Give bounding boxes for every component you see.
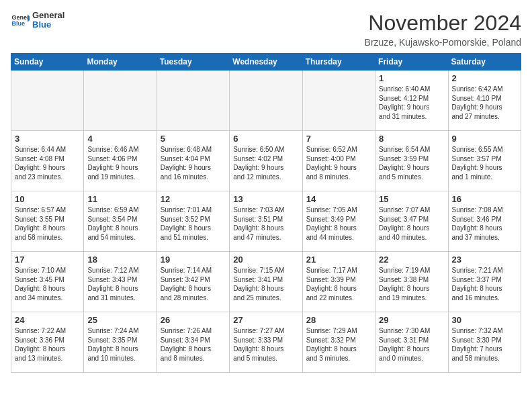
week-row-4: 17Sunrise: 7:10 AM Sunset: 3:45 PM Dayli…	[11, 252, 521, 312]
calendar-cell: 14Sunrise: 7:05 AM Sunset: 3:49 PM Dayli…	[302, 191, 375, 252]
calendar-cell: 24Sunrise: 7:22 AM Sunset: 3:36 PM Dayli…	[11, 312, 84, 373]
day-number: 11	[87, 194, 152, 204]
header: General Blue General Blue November 2024 …	[11, 11, 521, 48]
calendar-cell: 15Sunrise: 7:07 AM Sunset: 3:47 PM Dayli…	[375, 191, 448, 252]
day-info: Sunrise: 6:42 AM Sunset: 4:10 PM Dayligh…	[452, 85, 517, 121]
weekday-header-sunday: Sunday	[11, 54, 84, 71]
weekday-header-friday: Friday	[375, 54, 448, 71]
day-number: 30	[452, 315, 517, 325]
calendar-cell: 7Sunrise: 6:52 AM Sunset: 4:00 PM Daylig…	[302, 131, 375, 191]
calendar-cell: 28Sunrise: 7:29 AM Sunset: 3:32 PM Dayli…	[302, 312, 375, 373]
day-info: Sunrise: 7:24 AM Sunset: 3:35 PM Dayligh…	[87, 326, 152, 363]
calendar-cell: 12Sunrise: 7:01 AM Sunset: 3:52 PM Dayli…	[157, 191, 229, 252]
day-info: Sunrise: 6:59 AM Sunset: 3:54 PM Dayligh…	[87, 205, 152, 242]
weekday-header-saturday: Saturday	[448, 54, 521, 71]
day-number: 22	[379, 255, 444, 265]
month-title: November 2024	[365, 11, 521, 36]
day-info: Sunrise: 6:55 AM Sunset: 3:57 PM Dayligh…	[452, 145, 517, 181]
weekday-header-wednesday: Wednesday	[230, 54, 302, 71]
calendar-cell: 1Sunrise: 6:40 AM Sunset: 4:12 PM Daylig…	[375, 71, 448, 131]
day-info: Sunrise: 7:08 AM Sunset: 3:46 PM Dayligh…	[452, 205, 517, 242]
day-info: Sunrise: 7:30 AM Sunset: 3:31 PM Dayligh…	[379, 326, 444, 363]
week-row-3: 10Sunrise: 6:57 AM Sunset: 3:55 PM Dayli…	[11, 191, 521, 252]
day-number: 5	[161, 134, 226, 144]
calendar-cell	[230, 71, 302, 131]
calendar-table: SundayMondayTuesdayWednesdayThursdayFrid…	[11, 53, 521, 373]
calendar-cell	[157, 71, 229, 131]
logo-icon: General Blue	[11, 11, 30, 30]
weekday-header-thursday: Thursday	[302, 54, 375, 71]
day-info: Sunrise: 7:01 AM Sunset: 3:52 PM Dayligh…	[161, 205, 226, 242]
day-info: Sunrise: 6:40 AM Sunset: 4:12 PM Dayligh…	[379, 85, 444, 121]
day-info: Sunrise: 7:32 AM Sunset: 3:30 PM Dayligh…	[452, 326, 517, 363]
day-number: 24	[15, 315, 80, 325]
week-row-2: 3Sunrise: 6:44 AM Sunset: 4:08 PM Daylig…	[11, 131, 521, 191]
calendar-cell: 19Sunrise: 7:14 AM Sunset: 3:42 PM Dayli…	[157, 252, 229, 312]
day-info: Sunrise: 6:50 AM Sunset: 4:02 PM Dayligh…	[233, 145, 298, 181]
calendar-cell: 22Sunrise: 7:19 AM Sunset: 3:38 PM Dayli…	[375, 252, 448, 312]
day-number: 28	[306, 315, 371, 325]
calendar-cell: 29Sunrise: 7:30 AM Sunset: 3:31 PM Dayli…	[375, 312, 448, 373]
day-info: Sunrise: 7:15 AM Sunset: 3:41 PM Dayligh…	[233, 266, 298, 302]
calendar-cell: 8Sunrise: 6:54 AM Sunset: 3:59 PM Daylig…	[375, 131, 448, 191]
day-info: Sunrise: 7:10 AM Sunset: 3:45 PM Dayligh…	[15, 266, 80, 302]
calendar-cell: 30Sunrise: 7:32 AM Sunset: 3:30 PM Dayli…	[448, 312, 521, 373]
day-number: 8	[379, 134, 444, 144]
calendar-cell: 9Sunrise: 6:55 AM Sunset: 3:57 PM Daylig…	[448, 131, 521, 191]
calendar-cell: 2Sunrise: 6:42 AM Sunset: 4:10 PM Daylig…	[448, 71, 521, 131]
day-info: Sunrise: 7:29 AM Sunset: 3:32 PM Dayligh…	[306, 326, 371, 363]
day-number: 4	[87, 134, 152, 144]
title-block: November 2024 Brzuze, Kujawsko-Pomorskie…	[365, 11, 521, 48]
day-number: 16	[452, 194, 517, 204]
calendar-cell	[11, 71, 84, 131]
day-info: Sunrise: 7:27 AM Sunset: 3:33 PM Dayligh…	[233, 326, 298, 363]
day-number: 2	[452, 73, 517, 83]
calendar-cell: 27Sunrise: 7:27 AM Sunset: 3:33 PM Dayli…	[230, 312, 302, 373]
calendar-cell: 13Sunrise: 7:03 AM Sunset: 3:51 PM Dayli…	[230, 191, 302, 252]
day-number: 17	[15, 255, 80, 265]
day-number: 10	[15, 194, 80, 204]
svg-text:General: General	[11, 14, 30, 21]
day-info: Sunrise: 6:48 AM Sunset: 4:04 PM Dayligh…	[161, 145, 226, 181]
weekday-header-row: SundayMondayTuesdayWednesdayThursdayFrid…	[11, 54, 521, 71]
logo: General Blue General Blue	[11, 11, 64, 30]
day-number: 29	[379, 315, 444, 325]
calendar-cell: 20Sunrise: 7:15 AM Sunset: 3:41 PM Dayli…	[230, 252, 302, 312]
day-info: Sunrise: 6:46 AM Sunset: 4:06 PM Dayligh…	[87, 145, 152, 181]
day-info: Sunrise: 7:05 AM Sunset: 3:49 PM Dayligh…	[306, 205, 371, 242]
day-number: 27	[233, 315, 298, 325]
calendar-cell	[302, 71, 375, 131]
day-number: 23	[452, 255, 517, 265]
calendar-cell: 21Sunrise: 7:17 AM Sunset: 3:39 PM Dayli…	[302, 252, 375, 312]
weekday-header-monday: Monday	[84, 54, 157, 71]
day-info: Sunrise: 7:19 AM Sunset: 3:38 PM Dayligh…	[379, 266, 444, 302]
day-info: Sunrise: 6:52 AM Sunset: 4:00 PM Dayligh…	[306, 145, 371, 181]
calendar-cell: 16Sunrise: 7:08 AM Sunset: 3:46 PM Dayli…	[448, 191, 521, 252]
day-number: 15	[379, 194, 444, 204]
day-number: 9	[452, 134, 517, 144]
calendar-cell: 26Sunrise: 7:26 AM Sunset: 3:34 PM Dayli…	[157, 312, 229, 373]
day-info: Sunrise: 7:12 AM Sunset: 3:43 PM Dayligh…	[87, 266, 152, 302]
calendar-cell: 17Sunrise: 7:10 AM Sunset: 3:45 PM Dayli…	[11, 252, 84, 312]
calendar-cell: 25Sunrise: 7:24 AM Sunset: 3:35 PM Dayli…	[84, 312, 157, 373]
day-number: 3	[15, 134, 80, 144]
day-number: 12	[161, 194, 226, 204]
day-number: 18	[87, 255, 152, 265]
calendar-cell: 23Sunrise: 7:21 AM Sunset: 3:37 PM Dayli…	[448, 252, 521, 312]
week-row-1: 1Sunrise: 6:40 AM Sunset: 4:12 PM Daylig…	[11, 71, 521, 131]
calendar-cell: 4Sunrise: 6:46 AM Sunset: 4:06 PM Daylig…	[84, 131, 157, 191]
day-info: Sunrise: 6:54 AM Sunset: 3:59 PM Dayligh…	[379, 145, 444, 181]
day-number: 21	[306, 255, 371, 265]
day-number: 7	[306, 134, 371, 144]
calendar-cell: 6Sunrise: 6:50 AM Sunset: 4:02 PM Daylig…	[230, 131, 302, 191]
day-number: 19	[161, 255, 226, 265]
day-info: Sunrise: 7:07 AM Sunset: 3:47 PM Dayligh…	[379, 205, 444, 242]
logo-blue: Blue	[32, 20, 64, 30]
weekday-header-tuesday: Tuesday	[157, 54, 229, 71]
day-info: Sunrise: 6:57 AM Sunset: 3:55 PM Dayligh…	[15, 205, 80, 242]
calendar-cell: 18Sunrise: 7:12 AM Sunset: 3:43 PM Dayli…	[84, 252, 157, 312]
day-number: 14	[306, 194, 371, 204]
day-info: Sunrise: 7:14 AM Sunset: 3:42 PM Dayligh…	[161, 266, 226, 302]
calendar-cell: 3Sunrise: 6:44 AM Sunset: 4:08 PM Daylig…	[11, 131, 84, 191]
day-number: 1	[379, 73, 444, 83]
